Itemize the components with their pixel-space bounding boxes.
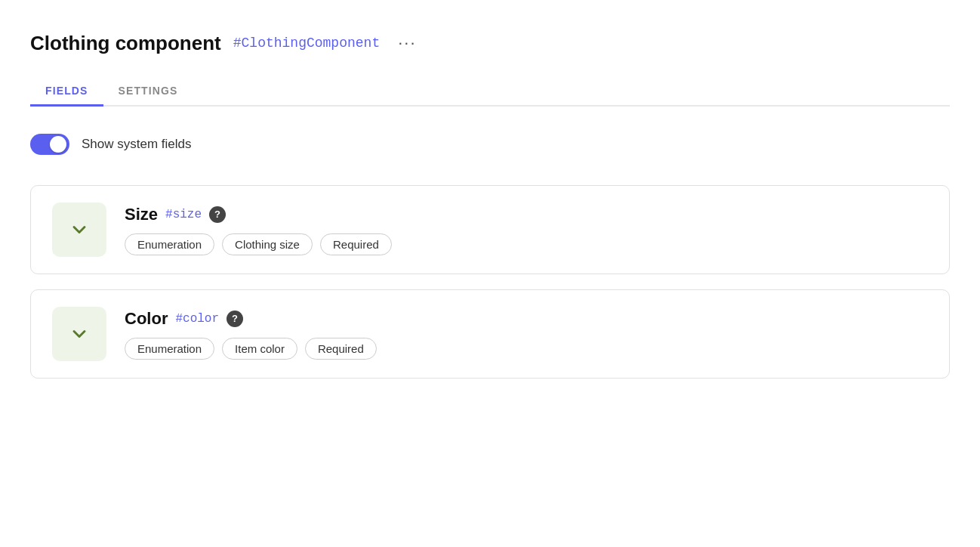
field-tags: EnumerationClothing sizeRequired bbox=[125, 233, 392, 255]
field-name: Color bbox=[125, 309, 168, 329]
field-title-row: Size#size? bbox=[125, 205, 392, 224]
field-card: Color#color?EnumerationItem colorRequire… bbox=[30, 289, 950, 379]
toggle-track bbox=[30, 134, 69, 155]
field-hash: #size bbox=[165, 208, 202, 221]
field-tag: Required bbox=[305, 338, 377, 360]
page-title: Clothing component bbox=[30, 32, 221, 55]
tab-fields[interactable]: FIELDS bbox=[30, 77, 103, 107]
help-icon[interactable]: ? bbox=[227, 311, 243, 327]
help-icon[interactable]: ? bbox=[209, 206, 226, 223]
field-tag: Enumeration bbox=[125, 338, 214, 360]
field-tag: Required bbox=[320, 233, 392, 255]
field-name: Size bbox=[125, 205, 158, 224]
field-info: Size#size?EnumerationClothing sizeRequir… bbox=[125, 205, 392, 255]
page-hash: #ClothingComponent bbox=[233, 36, 380, 51]
field-tag: Enumeration bbox=[125, 233, 214, 255]
field-icon-size bbox=[52, 202, 106, 257]
field-icon-color bbox=[52, 307, 106, 361]
tab-settings[interactable]: SETTINGS bbox=[103, 77, 193, 107]
field-hash: #color bbox=[175, 312, 219, 326]
show-system-fields-toggle[interactable] bbox=[30, 134, 69, 155]
more-menu-button[interactable]: ··· bbox=[392, 30, 422, 56]
toggle-thumb bbox=[50, 136, 66, 153]
field-title-row: Color#color? bbox=[125, 309, 377, 329]
fields-list: Size#size?EnumerationClothing sizeRequir… bbox=[30, 185, 950, 379]
field-info: Color#color?EnumerationItem colorRequire… bbox=[125, 309, 377, 360]
field-tag: Clothing size bbox=[222, 233, 313, 255]
field-tags: EnumerationItem colorRequired bbox=[125, 338, 377, 360]
field-tag: Item color bbox=[222, 338, 297, 360]
page-header: Clothing component #ClothingComponent ··… bbox=[30, 30, 950, 56]
toggle-label: Show system fields bbox=[82, 137, 192, 152]
tabs-container: FIELDS SETTINGS bbox=[30, 77, 950, 107]
field-card: Size#size?EnumerationClothing sizeRequir… bbox=[30, 185, 950, 274]
toggle-row: Show system fields bbox=[30, 134, 950, 155]
